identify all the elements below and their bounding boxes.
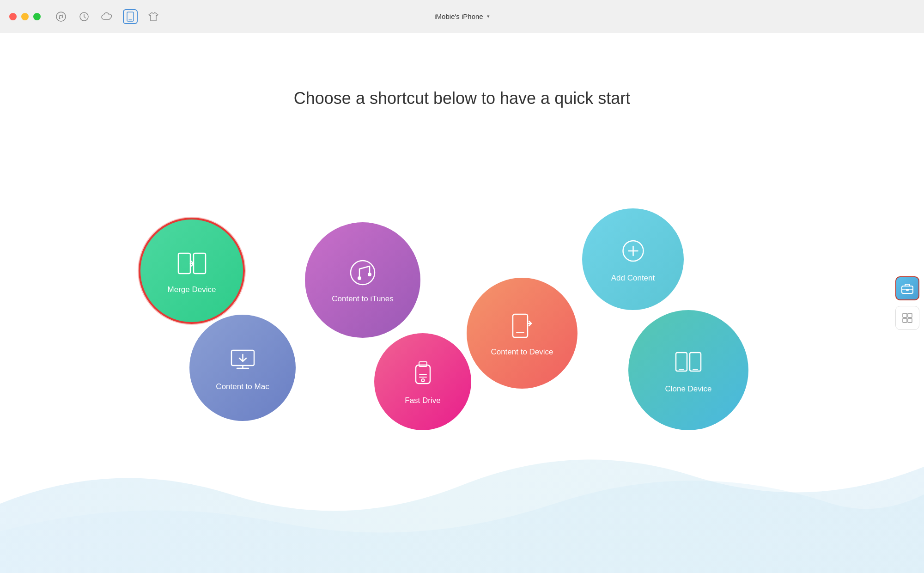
content-to-mac-button[interactable]: Content to Mac	[189, 315, 296, 421]
main-content: Choose a shortcut below to have a quick …	[0, 33, 924, 573]
clone-device-icon	[672, 347, 705, 379]
device-name: iMobie's iPhone	[434, 12, 483, 20]
svg-point-10	[358, 276, 361, 280]
fast-drive-icon	[407, 358, 439, 390]
history-icon[interactable]	[77, 9, 91, 24]
svg-rect-29	[903, 318, 907, 323]
svg-rect-27	[903, 313, 907, 317]
svg-rect-20	[676, 353, 687, 371]
content-device-icon	[506, 310, 538, 342]
svg-point-2	[62, 16, 63, 18]
content-itunes-icon	[346, 256, 379, 289]
svg-rect-26	[906, 289, 909, 291]
merge-device-button[interactable]: Merge Device	[139, 218, 245, 324]
content-device-label: Content to Device	[491, 347, 553, 357]
maximize-button[interactable]	[33, 13, 41, 20]
add-content-label: Add Content	[611, 274, 655, 283]
minimize-button[interactable]	[21, 13, 29, 20]
grid-button[interactable]	[895, 306, 919, 330]
close-button[interactable]	[9, 13, 17, 20]
cloud-icon[interactable]	[100, 9, 115, 24]
fast-drive-button[interactable]: Fast Drive	[374, 333, 471, 430]
svg-rect-7	[194, 253, 206, 274]
svg-rect-28	[908, 313, 912, 317]
svg-point-0	[56, 12, 66, 21]
clone-device-label: Clone Device	[665, 384, 711, 394]
side-panel	[891, 272, 924, 335]
page-title: Choose a shortcut below to have a quick …	[0, 89, 924, 108]
svg-point-11	[368, 273, 371, 276]
device-selector[interactable]: iMobie's iPhone ▾	[434, 12, 489, 20]
traffic-lights	[9, 13, 41, 20]
svg-point-16	[421, 379, 424, 382]
briefcase-button[interactable]	[895, 276, 919, 300]
clone-device-button[interactable]: Clone Device	[628, 310, 748, 430]
add-content-icon	[617, 236, 649, 268]
music-icon[interactable]	[54, 9, 68, 24]
svg-rect-21	[690, 353, 701, 371]
content-to-itunes-button[interactable]: Content to iTunes	[305, 222, 420, 338]
svg-point-1	[59, 18, 61, 19]
svg-rect-13	[419, 362, 427, 366]
content-mac-icon	[226, 344, 259, 377]
dropdown-arrow-icon: ▾	[487, 13, 490, 19]
svg-rect-6	[178, 253, 190, 274]
add-content-button[interactable]: Add Content	[582, 208, 684, 310]
phone-icon[interactable]	[123, 9, 138, 24]
fast-drive-label: Fast Drive	[405, 396, 440, 405]
shortcuts-container: Merge Device Content to Mac	[0, 135, 896, 573]
content-mac-label: Content to Mac	[216, 382, 269, 391]
clothing-icon[interactable]	[146, 9, 161, 24]
svg-rect-30	[908, 318, 912, 323]
titlebar: iMobie's iPhone ▾	[0, 0, 924, 33]
toolbar-icons	[54, 9, 161, 24]
content-itunes-label: Content to iTunes	[332, 294, 394, 304]
svg-rect-17	[513, 314, 528, 337]
content-to-device-button[interactable]: Content to Device	[467, 278, 578, 389]
merge-device-icon	[176, 247, 208, 280]
merge-device-label: Merge Device	[168, 285, 216, 294]
svg-point-9	[351, 261, 375, 285]
shortcuts-grid: Merge Device Content to Mac	[125, 204, 772, 504]
